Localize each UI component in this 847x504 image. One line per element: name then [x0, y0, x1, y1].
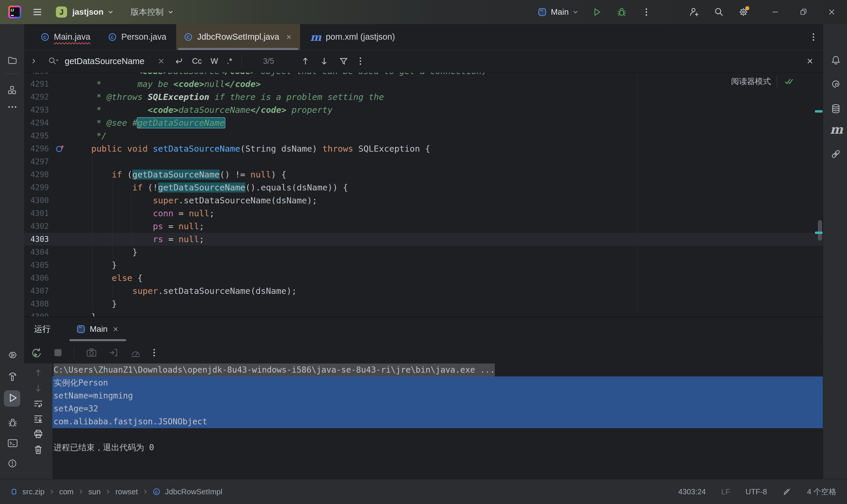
code-editor[interactable]: 4290 * <code>DataSource</code> object th… — [24, 73, 823, 317]
dependencies-link-icon[interactable] — [831, 149, 841, 159]
run-tool-window-icon[interactable] — [8, 392, 18, 404]
reader-mode-chip[interactable]: 阅读器模式 — [731, 75, 795, 87]
profiler-gauge-icon[interactable] — [130, 348, 141, 358]
vcs-widget[interactable]: 版本控制 — [131, 6, 174, 18]
attach-debugger-icon[interactable] — [108, 348, 119, 358]
code-line[interactable]: 4291 * may be <code>null</code> — [24, 77, 823, 91]
rerun-button[interactable] — [31, 347, 42, 358]
match-case-toggle[interactable]: Cc — [192, 57, 202, 66]
code-line[interactable]: 4296public void setDataSourceName(String… — [24, 142, 823, 155]
window-minimize-button[interactable] — [769, 5, 782, 19]
breadcrumb-item[interactable]: src.zip — [22, 487, 45, 497]
thread-dump-camera-icon[interactable] — [86, 348, 97, 358]
code-line[interactable]: 4306 else { — [24, 272, 823, 285]
terminal-tool-window-icon[interactable] — [7, 438, 18, 448]
search-match-stripe-mark[interactable] — [815, 232, 823, 234]
window-restore-button[interactable] — [797, 5, 810, 19]
search-match-stripe-mark[interactable] — [815, 110, 823, 112]
breadcrumb-item[interactable]: rowset — [115, 487, 138, 497]
code-line[interactable]: 4302 ps = null; — [24, 220, 823, 233]
read-only-pen-slash-icon[interactable] — [782, 487, 792, 497]
tab-person-java[interactable]: C Person.java — [100, 24, 174, 50]
next-occurrence-icon[interactable] — [320, 56, 328, 66]
run-tab-close-icon[interactable] — [112, 326, 119, 333]
filter-icon[interactable] — [339, 56, 348, 66]
code-line[interactable]: 4304 } — [24, 246, 823, 258]
close-find-bar-icon[interactable] — [806, 57, 814, 65]
code-line[interactable]: 4295 */ — [24, 129, 823, 142]
console-line[interactable]: 实例化Person — [52, 376, 823, 390]
notifications-bell-icon[interactable] — [831, 55, 847, 65]
project-selector[interactable]: jastjson — [72, 7, 114, 17]
tab-pom-xml[interactable]: m pom.xml (jastjson) — [302, 24, 402, 50]
clear-console-trash-icon[interactable] — [34, 445, 43, 455]
services-tool-window-icon[interactable] — [7, 350, 18, 360]
up-stack-trace-icon[interactable] — [34, 368, 42, 378]
line-separator[interactable]: LF — [721, 487, 730, 497]
soft-wrap-icon[interactable] — [33, 399, 43, 408]
tab-main-java[interactable]: C Main.java — [33, 24, 98, 50]
regex-toggle[interactable]: .* — [227, 57, 232, 66]
code-line[interactable]: 4303 rs = null; — [24, 233, 823, 246]
ai-assistant-icon[interactable] — [831, 79, 841, 89]
override-method-gutter-icon[interactable] — [55, 144, 65, 154]
console-line[interactable]: 进程已结束，退出代码为 0 — [52, 441, 823, 454]
console-line[interactable]: setName=mingming — [52, 390, 823, 402]
print-icon[interactable] — [33, 429, 43, 439]
code-line[interactable]: 4305 } — [24, 258, 823, 272]
clear-search-icon[interactable] — [157, 57, 165, 65]
words-toggle[interactable]: W — [211, 57, 218, 66]
search-everywhere-icon[interactable] — [712, 5, 725, 19]
project-tool-window-icon[interactable] — [7, 55, 17, 65]
console-line[interactable]: com.alibaba.fastjson.JSONObject — [52, 415, 823, 428]
maven-tool-window-icon[interactable]: m — [830, 123, 843, 136]
console-output[interactable]: C:\Users\ZhuanZ1\Downloads\openjdk-8u43-… — [52, 363, 823, 479]
expand-search-chevron-icon[interactable] — [30, 57, 38, 65]
code-line[interactable]: 4299 if (!getDataSourceName().equals(dsN… — [24, 181, 823, 194]
settings-gear-icon[interactable] — [737, 5, 750, 19]
breadcrumb-item[interactable]: sun — [88, 487, 101, 497]
console-options-kebab-icon[interactable] — [153, 348, 156, 358]
code-line[interactable]: 4298 if (getDataSourceName() != null) { — [24, 168, 823, 181]
tab-jdbcrowsetimpl-java[interactable]: C JdbcRowSetImpl.java — [176, 24, 300, 50]
down-stack-trace-icon[interactable] — [34, 383, 42, 393]
more-actions-kebab-icon[interactable] — [640, 5, 653, 19]
tab-close-icon[interactable] — [286, 34, 292, 40]
debug-tool-window-icon[interactable] — [7, 417, 18, 428]
indent-setting[interactable]: 4 个空格 — [807, 487, 836, 497]
code-line[interactable]: 4309} — [24, 310, 823, 317]
console-line[interactable]: C:\Users\ZhuanZ1\Downloads\openjdk-8u43-… — [52, 363, 823, 376]
console-line[interactable]: setAge=32 — [52, 402, 823, 415]
stop-button[interactable] — [54, 348, 63, 357]
code-line[interactable]: 4308 } — [24, 298, 823, 310]
code-with-me-icon[interactable] — [688, 5, 701, 19]
code-line[interactable]: 4292 * @throws SQLException if there is … — [24, 91, 823, 104]
inspections-ok-icon[interactable] — [783, 75, 795, 87]
search-history-icon[interactable] — [48, 56, 59, 66]
window-close-button[interactable] — [825, 5, 838, 19]
newline-icon[interactable] — [174, 56, 184, 66]
problems-tool-window-icon[interactable] — [7, 458, 17, 468]
run-tab-main[interactable]: Main — [69, 317, 126, 341]
structure-tool-window-icon[interactable] — [7, 85, 17, 95]
code-line[interactable]: 4297 — [24, 155, 823, 168]
debug-button[interactable] — [615, 5, 628, 19]
main-menu-icon[interactable] — [32, 7, 44, 17]
breadcrumb-item[interactable]: com — [59, 487, 73, 497]
caret-position[interactable]: 4303:24 — [678, 487, 706, 497]
more-tool-windows-icon[interactable] — [7, 105, 17, 109]
code-line[interactable]: 4294 * @see #getDataSourceName — [24, 116, 823, 129]
run-button[interactable] — [590, 5, 603, 19]
code-line[interactable]: 4300 super.setDataSourceName(dsName); — [24, 194, 823, 207]
code-line[interactable]: 4290 * <code>DataSource</code> object th… — [24, 73, 823, 77]
run-configuration-selector[interactable]: Main — [537, 7, 579, 17]
code-line[interactable]: 4293 * <code>dataSourceName</code> prope… — [24, 104, 823, 116]
scroll-to-end-icon[interactable] — [33, 414, 43, 424]
code-line[interactable]: 4301 conn = null; — [24, 207, 823, 220]
search-input[interactable]: getDataSourceName — [65, 56, 144, 66]
code-line[interactable]: 4307 super.setDataSourceName(dsName); — [24, 285, 823, 298]
file-encoding[interactable]: UTF-8 — [745, 487, 767, 497]
console-line[interactable] — [52, 428, 823, 441]
editor-scrollbar-thumb[interactable] — [818, 220, 822, 241]
build-tool-window-icon[interactable] — [7, 372, 18, 382]
